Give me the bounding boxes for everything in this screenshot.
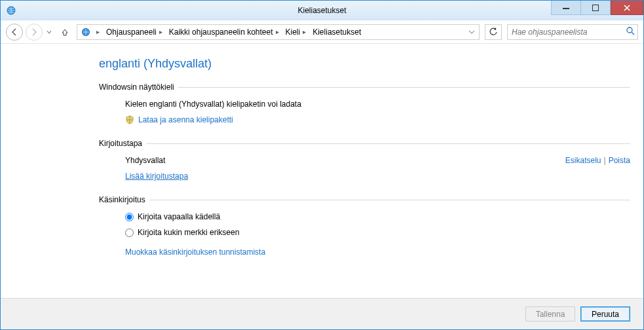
search-box[interactable]: [507, 24, 638, 40]
maximize-button[interactable]: [580, 1, 611, 15]
section-rule: [178, 87, 630, 88]
handwriting-option-char[interactable]: Kirjoita kukin merkki erikseen: [125, 228, 630, 237]
svg-line-5: [632, 32, 634, 35]
edit-handwriting-link[interactable]: Muokkaa käsinkirjoituksen tunnistamista: [125, 248, 265, 257]
section-rule: [149, 200, 630, 200]
svg-rect-1: [563, 8, 569, 9]
section-header: Windowsin näyttökieli: [99, 82, 630, 92]
breadcrumb-item[interactable]: Kaikki ohjauspaneelin kohteet ▸: [167, 28, 282, 37]
window-controls: [552, 1, 643, 15]
preview-link[interactable]: Esikatselu: [565, 156, 601, 165]
add-input-method-link[interactable]: Lisää kirjoitustapa: [125, 172, 188, 181]
svg-rect-2: [592, 5, 599, 11]
page-title: englanti (Yhdysvallat): [99, 57, 630, 71]
svg-point-4: [627, 28, 632, 33]
section-header-label: Käsinkirjoitus: [99, 195, 149, 204]
chevron-right-icon: ▸: [275, 28, 280, 35]
search-input[interactable]: [510, 27, 626, 37]
breadcrumb-label: Ohjauspaneeli: [106, 28, 157, 37]
address-bar[interactable]: ▸ Ohjauspaneeli ▸ Kaikki ohjauspaneelin …: [77, 24, 480, 40]
section-header-label: Windowsin näyttökieli: [99, 82, 178, 92]
window-title: Kieliasetukset: [1, 6, 643, 15]
minimize-button[interactable]: [551, 1, 581, 15]
chevron-right-icon: ▸: [301, 28, 307, 35]
back-button[interactable]: [6, 24, 23, 41]
breadcrumb-label: Kieliasetukset: [313, 28, 361, 37]
radio-label: Kirjoita vapaalla kädellä: [138, 212, 220, 221]
section-rule: [146, 143, 630, 144]
breadcrumb-label: Kieli: [286, 28, 301, 37]
breadcrumb-item[interactable]: Kieli ▸: [284, 28, 310, 37]
breadcrumb-root-chevron[interactable]: ▸: [93, 28, 103, 35]
titlebar: Kieliasetukset: [1, 1, 643, 20]
search-icon[interactable]: [626, 26, 635, 37]
forward-button[interactable]: [26, 24, 43, 41]
refresh-button[interactable]: [485, 24, 502, 40]
close-button[interactable]: [611, 1, 643, 15]
navigation-bar: ▸ Ohjauspaneeli ▸ Kaikki ohjauspaneelin …: [1, 20, 643, 44]
section-header-label: Kirjoitustapa: [99, 139, 146, 148]
cancel-button[interactable]: Peruuta: [580, 306, 630, 321]
input-method-name: Yhdysvallat: [125, 156, 165, 165]
radio-label: Kirjoita kukin merkki erikseen: [138, 228, 239, 237]
download-language-pack-link[interactable]: Lataa ja asenna kielipaketti: [138, 115, 233, 124]
section-header: Käsinkirjoitus: [99, 195, 630, 204]
breadcrumb-item[interactable]: Ohjauspaneeli ▸: [104, 28, 166, 37]
radio-char[interactable]: [125, 229, 134, 237]
input-method-row: Yhdysvallat Esikatselu | Poista: [125, 156, 630, 165]
section-input-method: Kirjoitustapa Yhdysvallat Esikatselu | P…: [99, 139, 630, 181]
chevron-right-icon: ▸: [158, 28, 164, 35]
location-icon: [80, 26, 92, 38]
display-language-desc: Kielen englanti (Yhdysvallat) kielipaket…: [125, 100, 630, 109]
section-header: Kirjoitustapa: [99, 139, 630, 148]
content-area: englanti (Yhdysvallat) Windowsin näyttök…: [1, 44, 643, 298]
window-icon: [1, 5, 22, 16]
section-handwriting: Käsinkirjoitus Kirjoita vapaalla kädellä…: [99, 195, 630, 257]
section-display-language: Windowsin näyttökieli Kielen englanti (Y…: [99, 82, 630, 124]
window-frame: Kieliasetukset: [0, 0, 644, 330]
history-dropdown-icon[interactable]: [45, 29, 53, 35]
separator: |: [604, 156, 606, 165]
breadcrumb-label: Kaikki ohjauspaneelin kohteet: [169, 28, 273, 37]
footer: Tallenna Peruuta: [1, 298, 643, 329]
handwriting-option-free[interactable]: Kirjoita vapaalla kädellä: [125, 212, 630, 221]
address-dropdown-icon[interactable]: [468, 29, 476, 35]
text: Kielen englanti (Yhdysvallat) kielipaket…: [125, 100, 301, 109]
save-button[interactable]: Tallenna: [525, 306, 575, 321]
breadcrumb-item[interactable]: Kieliasetukset: [311, 28, 363, 37]
shield-icon: [125, 115, 134, 124]
up-button[interactable]: [58, 26, 71, 39]
remove-link[interactable]: Poista: [609, 156, 630, 165]
radio-free[interactable]: [125, 213, 134, 221]
